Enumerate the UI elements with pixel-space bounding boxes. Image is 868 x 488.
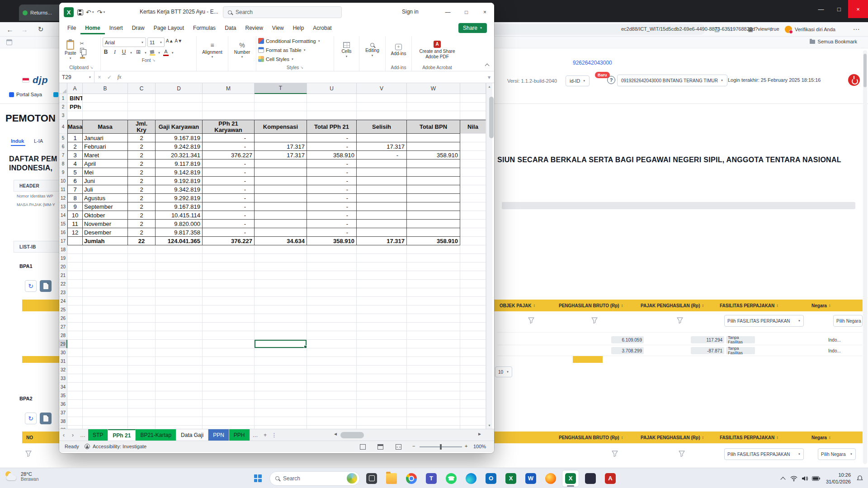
all-bookmarks-button[interactable]: Semua Bookmark <box>810 39 857 44</box>
cell-partial35[interactable] <box>460 391 486 400</box>
cell-B1[interactable] <box>83 94 128 103</box>
cell-A12[interactable]: 8 <box>67 194 83 202</box>
cell-W24[interactable] <box>407 297 460 305</box>
sort-icon[interactable]: ↕ <box>621 435 623 440</box>
cell-D12[interactable]: 9.292.819 <box>156 194 203 202</box>
row-header-39[interactable]: 39 <box>59 426 67 429</box>
dialog-launcher-icon[interactable]: ↘ <box>152 58 156 62</box>
cell-C2[interactable] <box>128 103 156 111</box>
row-header-16[interactable]: 16 <box>59 228 67 237</box>
number-button[interactable]: % Number ▼ <box>233 41 251 59</box>
cell-V39[interactable] <box>357 426 407 429</box>
document-button[interactable] <box>40 413 52 424</box>
sort-icon[interactable]: ↕ <box>702 303 704 308</box>
cell-partial29[interactable] <box>460 340 486 348</box>
cell-V36[interactable] <box>357 400 407 408</box>
reload-button[interactable]: ↻ <box>34 22 47 37</box>
filter-funnel-icon[interactable] <box>677 317 683 324</box>
taskbar-app-adobe-acrobat[interactable]: A <box>602 470 619 487</box>
cell-W8[interactable] <box>407 160 460 168</box>
cell-T29[interactable] <box>255 340 307 348</box>
cell-A22[interactable] <box>67 280 83 288</box>
djp-logo[interactable]: djp <box>22 75 48 85</box>
cell-W21[interactable] <box>407 271 460 280</box>
ribbon-conditional-formatting-button[interactable]: Conditional Formatting▼ <box>258 37 321 45</box>
cell-A31[interactable] <box>67 357 83 366</box>
bold-button[interactable]: B <box>103 49 109 56</box>
taskbar-app-task-view[interactable] <box>363 470 380 487</box>
cell-B22[interactable] <box>83 280 128 288</box>
cell-D29[interactable] <box>156 340 203 348</box>
cell-D36[interactable] <box>156 400 203 408</box>
fasilitas-filter-select[interactable]: Pilih FASILITAS PERPAJAKAN▼ <box>724 448 804 460</box>
cell-D2[interactable] <box>156 103 203 111</box>
ribbon-format-as-table-button[interactable]: Format as Table▼ <box>258 46 321 54</box>
cell-D33[interactable] <box>156 374 203 383</box>
cell-U22[interactable] <box>307 280 357 288</box>
cell-C35[interactable] <box>128 391 156 400</box>
cell-D24[interactable] <box>156 297 203 305</box>
sort-icon[interactable]: ↕ <box>621 303 623 308</box>
battery-icon[interactable] <box>812 476 821 481</box>
cell-V3[interactable] <box>357 111 407 120</box>
cell-V17[interactable]: 17.317 <box>357 237 407 245</box>
row-header-24[interactable]: 24 <box>59 297 67 305</box>
browser-menu-icon[interactable]: ⋯ <box>850 22 863 37</box>
taskbar-app-firefox[interactable] <box>542 470 559 487</box>
filter-funnel-icon[interactable] <box>612 450 618 457</box>
cell-M35[interactable] <box>203 391 255 400</box>
cell-T28[interactable] <box>255 331 307 340</box>
sort-icon[interactable]: ↕ <box>776 435 778 440</box>
cell-A18[interactable] <box>67 245 83 254</box>
cell-V11[interactable] <box>357 185 407 194</box>
page-size-select[interactable]: 10▼ <box>495 366 512 377</box>
cell-D3[interactable] <box>156 111 203 120</box>
col-header-W[interactable]: W <box>407 83 460 94</box>
menu-tab-formulas[interactable]: Formulas <box>189 23 220 34</box>
cell-M4[interactable]: PPh 21 Karyawan <box>203 120 255 134</box>
cell-partial1[interactable] <box>460 94 486 103</box>
cell-partial11[interactable] <box>460 185 486 194</box>
cell-W17[interactable]: 358.910 <box>407 237 460 245</box>
cell-W39[interactable] <box>407 426 460 429</box>
cell-U8[interactable]: - <box>307 160 357 168</box>
cell-partial20[interactable] <box>460 263 486 271</box>
cell-partial33[interactable] <box>460 374 486 383</box>
cell-C9[interactable]: 2 <box>128 168 156 177</box>
cell-M14[interactable]: - <box>203 211 255 220</box>
cell-T30[interactable] <box>255 348 307 357</box>
cell-M23[interactable] <box>203 288 255 297</box>
cell-U6[interactable]: - <box>307 142 357 151</box>
cell-V13[interactable] <box>357 202 407 211</box>
cell-T8[interactable] <box>255 160 307 168</box>
italic-button[interactable]: I <box>112 49 118 56</box>
name-box[interactable]: T29▼ <box>59 71 94 83</box>
favorites-star-icon[interactable]: ☆ <box>724 22 737 37</box>
font-color-button[interactable]: A <box>163 49 169 56</box>
cell-U1[interactable] <box>307 94 357 103</box>
cell-U5[interactable]: - <box>307 134 357 142</box>
taskbar-search[interactable]: Search <box>269 471 360 486</box>
cell-M29[interactable] <box>203 340 255 348</box>
row-header-33[interactable]: 33 <box>59 374 67 383</box>
cell-U19[interactable] <box>307 254 357 263</box>
cell-C29[interactable] <box>128 340 156 348</box>
cell-V31[interactable] <box>357 357 407 366</box>
taskbar-app-word[interactable]: W <box>522 470 539 487</box>
cell-T23[interactable] <box>255 288 307 297</box>
page-scrollbar[interactable] <box>863 50 867 464</box>
scrollbar-thumb[interactable] <box>863 54 867 87</box>
normal-view-icon[interactable] <box>360 444 366 450</box>
sign-in-button[interactable]: Sign in <box>402 9 419 15</box>
cell-A9[interactable]: 5 <box>67 168 83 177</box>
cell-V10[interactable] <box>357 177 407 185</box>
cell-T11[interactable] <box>255 185 307 194</box>
cell-U32[interactable] <box>307 366 357 374</box>
cell-A13[interactable]: 9 <box>67 202 83 211</box>
cell-W14[interactable] <box>407 211 460 220</box>
cell-M17[interactable]: 376.227 <box>203 237 255 245</box>
cell-M24[interactable] <box>203 297 255 305</box>
cell-M11[interactable]: - <box>203 185 255 194</box>
underline-button[interactable]: U <box>121 49 127 56</box>
col-header-negara[interactable]: Negara↕ <box>811 300 830 311</box>
